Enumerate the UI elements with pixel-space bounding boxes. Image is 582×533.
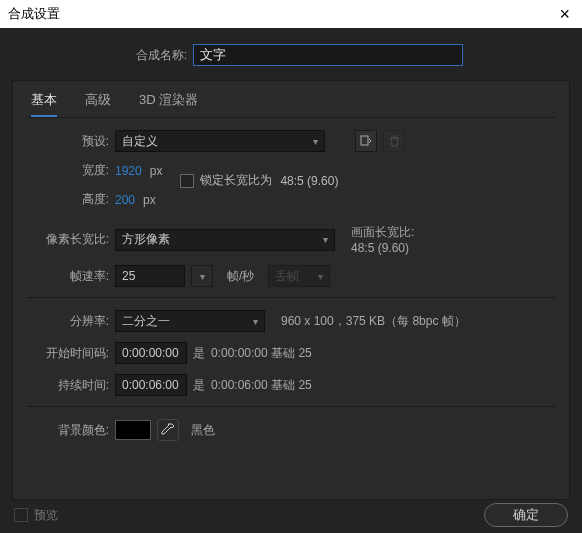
pixel-aspect-label: 像素长宽比: [27,231,109,248]
chevron-down-icon: ▾ [318,271,323,282]
duration-input[interactable]: 0:00:06:00 [115,374,187,396]
chevron-down-icon: ▾ [253,316,258,327]
dropframe-select[interactable]: 丢帧 ▾ [268,265,330,287]
pixel-aspect-value: 方形像素 [122,231,170,248]
frame-aspect-value: 48:5 (9.60) [351,241,414,255]
ok-button[interactable]: 确定 [484,503,568,527]
bgcolor-swatch[interactable] [115,420,151,440]
tab-3d-renderer[interactable]: 3D 渲染器 [139,91,198,117]
tab-advanced[interactable]: 高级 [85,91,111,117]
preset-label: 预设: [27,133,109,150]
preview-checkbox[interactable] [14,508,28,522]
start-timecode-label: 开始时间码: [27,345,109,362]
width-unit: px [150,164,163,178]
start-timecode-input[interactable]: 0:00:00:00 [115,342,187,364]
framerate-dropdown[interactable]: ▾ [191,265,213,287]
width-label: 宽度: [27,162,109,179]
resolution-info: 960 x 100，375 KB（每 8bpc 帧） [281,313,466,330]
lock-aspect-label: 锁定长宽比为 [200,172,272,189]
bgcolor-name: 黑色 [191,422,215,439]
height-unit: px [143,193,156,207]
resolution-value: 二分之一 [122,313,170,330]
comp-name-label: 合成名称: [12,47,187,64]
frame-aspect-label: 画面长宽比: [351,224,414,241]
framerate-unit: 帧/秒 [227,268,254,285]
comp-name-input[interactable] [193,44,463,66]
start-timecode-value: 0:00:00:00 [122,346,179,360]
start-tc-base: 0:00:00:00 基础 25 [211,345,312,362]
titlebar: 合成设置 × [0,0,582,28]
preset-select[interactable]: 自定义 ▾ [115,130,325,152]
duration-label: 持续时间: [27,377,109,394]
duration-value: 0:00:06:00 [122,378,179,392]
resolution-select[interactable]: 二分之一 ▾ [115,310,265,332]
bgcolor-label: 背景颜色: [27,422,109,439]
window-title: 合成设置 [8,5,60,23]
dropframe-value: 丢帧 [275,268,299,285]
eyedropper-icon[interactable] [157,419,179,441]
close-icon[interactable]: × [555,4,574,25]
save-preset-icon[interactable] [355,130,377,152]
framerate-value: 25 [122,269,135,283]
framerate-label: 帧速率: [27,268,109,285]
chevron-down-icon: ▾ [313,136,318,147]
lock-aspect-checkbox[interactable] [180,174,194,188]
duration-is: 是 [193,377,205,394]
duration-base: 0:00:06:00 基础 25 [211,377,312,394]
settings-panel: 基本 高级 3D 渲染器 预设: 自定义 ▾ 宽度: 1920 [12,80,570,500]
pixel-aspect-select[interactable]: 方形像素 ▾ [115,229,335,251]
tab-basic[interactable]: 基本 [31,91,57,117]
svg-rect-0 [361,136,368,145]
chevron-down-icon: ▾ [323,234,328,245]
lock-aspect-ratio: 48:5 (9.60) [280,174,338,188]
start-tc-is: 是 [193,345,205,362]
width-value[interactable]: 1920 [115,164,142,178]
framerate-input[interactable]: 25 [115,265,185,287]
preset-value: 自定义 [122,133,158,150]
height-value[interactable]: 200 [115,193,135,207]
trash-icon [383,130,405,152]
height-label: 高度: [27,191,109,208]
resolution-label: 分辨率: [27,313,109,330]
preview-label: 预览 [34,507,58,524]
